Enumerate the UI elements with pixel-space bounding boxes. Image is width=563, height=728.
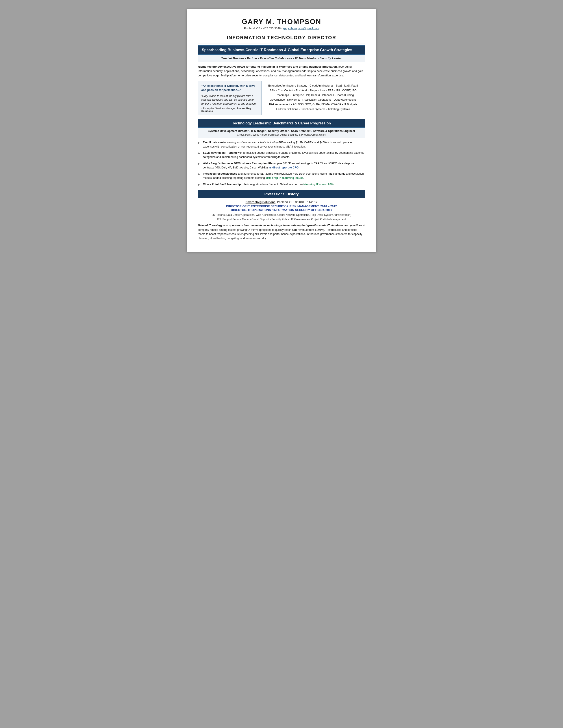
attribution-text: - Enterprise Services Manager, bbox=[201, 107, 236, 110]
job-title-text-2: DIRECTOR, IT OPERATIONS / INFORMATION SE… bbox=[231, 208, 325, 212]
quote-skills-section: "An exceptional IT Director, with a driv… bbox=[198, 81, 365, 115]
skills-line6: Failover Solutions - Dashboard Systems -… bbox=[265, 107, 362, 112]
resume-page: GARY M. THOMPSON Portland, OR ▪ 402.555.… bbox=[187, 9, 376, 252]
bullet-arrow-1: ► bbox=[198, 141, 201, 145]
role5: Software & Operations Engineer bbox=[313, 129, 355, 133]
bullet-item-5: ► Check Point SaaS leadership role in mi… bbox=[198, 182, 365, 187]
skills-line4: Governance - Network & IT Application Op… bbox=[265, 98, 362, 102]
bullet-text-3: Wells Fargo's first-ever DR/Business Res… bbox=[203, 161, 365, 170]
bullet-item-2: ► $1.9M savings in IT spend with formali… bbox=[198, 151, 365, 159]
role4: SaaS Architect bbox=[291, 129, 311, 133]
bullet-arrow-2: ► bbox=[198, 151, 201, 155]
bullet-section: ► Tier III data center serving as showpi… bbox=[198, 140, 365, 187]
intro-paragraph: Rising technology executive noted for cu… bbox=[198, 65, 365, 78]
intro-bold: Rising technology executive noted for cu… bbox=[198, 65, 338, 68]
career-companies: Check Point, Wells Fargo, Forrester Digi… bbox=[202, 133, 361, 136]
career-sub-section: Systems Development Director ▪ IT Manage… bbox=[198, 128, 365, 138]
quote-column: "An exceptional IT Director, with a driv… bbox=[198, 81, 261, 115]
tagline-subtitle: Trusted Business Partner - Executive Col… bbox=[198, 55, 365, 62]
bullet-item-3: ► Wells Fargo's first-ever DR/Business R… bbox=[198, 161, 365, 170]
email-link[interactable]: gary_thompson@gmail.com bbox=[283, 27, 319, 30]
bullet-bold-2: $1.9M savings in IT spend bbox=[203, 151, 237, 154]
highlight-drop: 60% drop in recurring issues. bbox=[266, 176, 304, 179]
separator1: ▪ bbox=[261, 27, 263, 30]
bullet-bold-4: Increased responsiveness bbox=[203, 172, 237, 175]
bullet-bold-5: Check Point SaaS leadership role bbox=[203, 183, 247, 186]
main-title: INFORMATION TECHNOLOGY DIRECTOR bbox=[198, 35, 365, 41]
job-title-text-1: DIRECTOR OF IT ENTERPRISE SECURITY & RIS… bbox=[226, 205, 320, 208]
employer-line: EnvironReg Solutions, Portland, OR, 3/20… bbox=[198, 200, 365, 204]
header-divider bbox=[198, 32, 365, 32]
reports-line-1: 35 Reports (Data Center Operations, Web … bbox=[198, 213, 365, 217]
skills-line2: SAN - Cost Control - BI - Vendor Negotia… bbox=[265, 88, 362, 93]
quote2: "Gary is able to look at the big picture… bbox=[201, 94, 258, 106]
role3: Security Officer bbox=[268, 129, 289, 133]
career-roles: Systems Development Director ▪ IT Manage… bbox=[202, 129, 361, 133]
reports-line-2: ITIL Support Service Model - Global Supp… bbox=[198, 217, 365, 221]
job-title-2: DIRECTOR, IT OPERATIONS / INFORMATION SE… bbox=[198, 208, 365, 212]
quote1: "An exceptional IT Director, with a driv… bbox=[201, 84, 258, 92]
separator2: ▪ bbox=[282, 27, 283, 30]
bullet-bold-3: Wells Fargo's first-ever DR/Business Res… bbox=[203, 162, 276, 165]
bullet-text-1: Tier III data center serving as showpiec… bbox=[203, 140, 365, 149]
header-section: GARY M. THOMPSON Portland, OR ▪ 402.555.… bbox=[198, 18, 365, 30]
job-years-1: 2010 – 2012 bbox=[320, 205, 337, 208]
contact-line: Portland, OR ▪ 402.555.3348 ▪ gary_thomp… bbox=[198, 27, 365, 30]
candidate-name: GARY M. THOMPSON bbox=[198, 18, 365, 26]
tagline-header: Spearheading Business-Centric IT Roadmap… bbox=[198, 45, 365, 55]
helmed-italic: Helmed IT strategy and operations improv… bbox=[198, 224, 362, 227]
bullet-arrow-5: ► bbox=[198, 183, 201, 187]
bullet-text-5: Check Point SaaS leadership role in migr… bbox=[203, 182, 334, 187]
bullet-arrow-3: ► bbox=[198, 162, 201, 166]
employer-name: EnvironReg Solutions bbox=[246, 200, 276, 204]
bullet-italic-1: serving as showpiece for clients includi… bbox=[226, 141, 283, 144]
sep3: ▪ bbox=[289, 129, 291, 133]
bullet-text-2: $1.9M savings in IT spend with formalize… bbox=[203, 151, 365, 159]
skills-line1: Enterprise Architecture Strategy - Cloud… bbox=[265, 83, 362, 88]
title-section: INFORMATION TECHNOLOGY DIRECTOR bbox=[198, 35, 365, 41]
job-years-2: 2010 bbox=[325, 208, 332, 212]
bullet-text-4: Increased responsiveness and adherence t… bbox=[203, 172, 365, 180]
role1: Systems Development Director bbox=[208, 129, 249, 133]
role2: IT Manager bbox=[251, 129, 266, 133]
bullet-item-4: ► Increased responsiveness and adherence… bbox=[198, 172, 365, 180]
bullet-item-1: ► Tier III data center serving as showpi… bbox=[198, 140, 365, 149]
skills-line3: IT Roadmaps - Enterprise Help Desk & Dat… bbox=[265, 93, 362, 98]
job-title-1: DIRECTOR OF IT ENTERPRISE SECURITY & RIS… bbox=[198, 205, 365, 208]
attribution: - Enterprise Services Manager, EnvironRe… bbox=[201, 107, 258, 112]
bullet-arrow-4: ► bbox=[198, 172, 201, 176]
helmed-paragraph: Helmed IT strategy and operations improv… bbox=[198, 224, 365, 241]
bullet-bold-1: Tier III data center bbox=[203, 141, 226, 144]
sep4: ▪ bbox=[311, 129, 313, 133]
location: Portland, OR bbox=[244, 27, 261, 30]
highlight-spend: trimming IT spend 26%. bbox=[303, 183, 334, 186]
professional-history-header: Professional History bbox=[198, 190, 365, 198]
sep2: ▪ bbox=[266, 129, 268, 133]
employer-location-dates: , Portland, OR, 3/2010 – 11/2012 bbox=[275, 200, 317, 204]
benchmarks-header: Technology Leadership Benchmarks & Caree… bbox=[198, 119, 365, 128]
skills-line5: Risk Assessment - PCI DSS, SOX, GLBA, FI… bbox=[265, 102, 362, 107]
skills-column: Enterprise Architecture Strategy - Cloud… bbox=[261, 81, 365, 115]
phone: 402.555.3348 bbox=[263, 27, 281, 30]
sep1: ▪ bbox=[249, 129, 251, 133]
highlight-cfo: as direct report to CFO. bbox=[269, 166, 299, 169]
